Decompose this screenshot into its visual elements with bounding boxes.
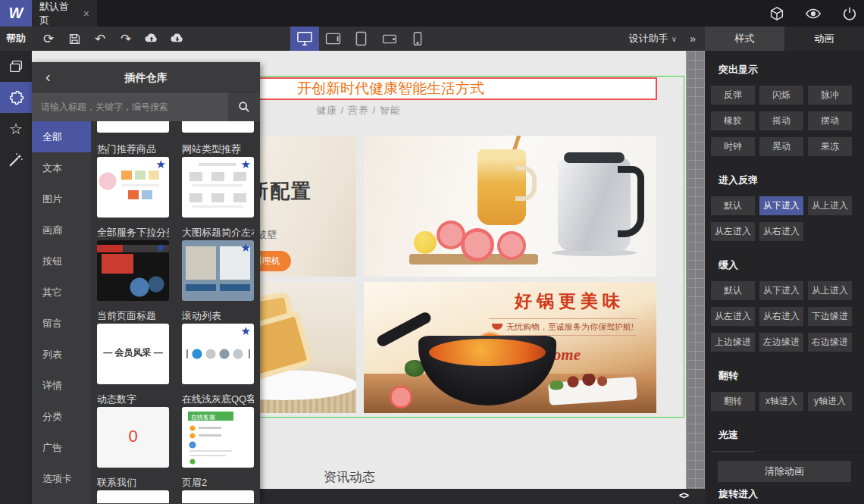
plugin-search-input[interactable] [32, 92, 228, 121]
plugin-thumbnail[interactable]: ★ [182, 157, 254, 218]
animation-button[interactable]: 摆动 [808, 111, 852, 130]
favorite-star-icon[interactable]: ★ [241, 325, 251, 337]
animation-button[interactable]: 默认 [711, 281, 755, 300]
animation-button[interactable]: 上边缘进 [711, 333, 755, 352]
preview-eye-icon[interactable] [805, 5, 822, 22]
plugin-thumbnail[interactable] [182, 490, 254, 503]
back-icon[interactable]: ‹ [45, 62, 51, 92]
animation-button[interactable]: 橡胶 [711, 111, 755, 130]
device-phone-portrait-icon[interactable] [403, 27, 431, 51]
favorite-star-icon[interactable]: ★ [241, 158, 251, 170]
animation-button[interactable]: x轴进入 [759, 392, 803, 411]
plugin-thumbnail[interactable]: ★ [97, 157, 169, 218]
animation-button[interactable]: 从左进入 [711, 307, 755, 326]
plugin-item[interactable]: 大图标题简介左右切...★ [182, 218, 254, 301]
expand-toolbar-icon[interactable]: » [690, 27, 696, 51]
plugin-item[interactable]: 网站类型推荐★ [182, 134, 254, 218]
clear-animation-button[interactable]: 清除动画 [718, 461, 851, 482]
category-item[interactable]: 其它 [32, 277, 91, 308]
category-item[interactable]: 导航 [32, 494, 91, 503]
plugin-card-partial[interactable] [97, 121, 169, 133]
favorite-star-icon[interactable]: ★ [156, 242, 166, 253]
device-desktop-icon[interactable] [290, 27, 319, 51]
plugin-thumbnail[interactable]: ★ [182, 324, 254, 384]
category-item[interactable]: 全部 [32, 121, 91, 152]
power-icon[interactable] [841, 5, 858, 22]
plugin-item[interactable]: 热门推荐商品★ [97, 134, 169, 218]
animation-button[interactable]: 从右进入 [759, 222, 803, 241]
plugin-item[interactable]: 全部服务下拉分类带...★ [97, 218, 169, 301]
category-item[interactable]: 选项卡 [32, 463, 91, 494]
animation-button[interactable]: 默认 [711, 196, 755, 215]
save-icon[interactable] [65, 30, 83, 48]
sidebar-item-favorites[interactable]: ☆ [0, 113, 32, 144]
animation-button[interactable]: 脉冲 [808, 86, 852, 105]
cloud-upload-icon[interactable] [142, 30, 161, 48]
publish-cube-icon[interactable] [769, 5, 785, 22]
plugin-item[interactable]: 动态数字0 [97, 384, 169, 468]
plugin-item[interactable]: 当前页面标题— 会员风采 — [97, 301, 169, 384]
animation-button[interactable]: 从上进入 [808, 281, 852, 300]
wok-banner[interactable]: 好锅更美味 无忧购物，至诚服务为你保驾护航! Warm Home [364, 282, 656, 413]
cloud-download-icon[interactable] [168, 30, 186, 48]
category-item[interactable]: 按钮 [32, 246, 91, 277]
animation-button[interactable]: 右边缘进 [808, 333, 852, 352]
close-tab-icon[interactable]: × [83, 8, 89, 20]
animation-button[interactable]: 翻转 [711, 392, 755, 411]
sidebar-item-design-tools[interactable] [0, 144, 32, 175]
plugin-item[interactable]: 滚动列表★ [182, 301, 254, 384]
category-item[interactable]: 画廊 [32, 214, 91, 246]
category-item[interactable]: 留言 [32, 308, 91, 339]
category-item[interactable]: 分类 [32, 401, 91, 432]
category-item[interactable]: 详情 [32, 370, 91, 401]
site-subtitle[interactable]: 健康 / 营养 / 智能 [316, 104, 401, 117]
animation-button[interactable]: 反弹 [711, 86, 755, 105]
redo-icon[interactable]: ↷ [117, 30, 135, 48]
animation-button[interactable]: 时钟 [711, 137, 755, 156]
undo-icon[interactable]: ↶ [91, 30, 109, 48]
plugin-thumbnail[interactable]: ★ [97, 240, 169, 301]
animation-button[interactable]: 从下进入 [759, 281, 803, 300]
category-item[interactable]: 文本 [32, 152, 91, 183]
animation-button[interactable]: 果冻 [808, 137, 852, 156]
animation-button[interactable]: 下边缘进 [808, 307, 852, 326]
animation-button[interactable]: 左边缘进 [759, 333, 803, 352]
animation-button[interactable]: 从上进入 [808, 196, 852, 215]
favorite-star-icon[interactable]: ★ [156, 158, 166, 170]
plugin-item[interactable]: 联系我们 [97, 468, 169, 503]
plugin-thumbnail[interactable]: 0 [97, 407, 169, 468]
animation-button[interactable]: 从左进入 [711, 222, 755, 241]
refresh-icon[interactable]: ⟳ [39, 30, 58, 48]
category-item[interactable]: 图片 [32, 183, 91, 214]
category-item[interactable]: 列表 [32, 339, 91, 370]
tab-animation[interactable]: 动画 [784, 27, 864, 51]
plugin-thumbnail[interactable]: ★ [182, 240, 254, 301]
search-button[interactable] [228, 92, 260, 121]
device-tablet-landscape-icon[interactable] [319, 27, 347, 51]
code-view-icon[interactable]: <> [679, 490, 688, 501]
plugin-item[interactable]: 在线浅灰底QQ客服在线客服 [182, 384, 254, 468]
animation-button[interactable]: y轴进入 [808, 392, 852, 411]
sidebar-item-plugins[interactable] [0, 82, 32, 113]
device-phone-landscape-icon[interactable] [375, 27, 403, 51]
animation-button[interactable]: 晃动 [759, 137, 803, 156]
category-item[interactable]: 广告 [32, 432, 91, 463]
sidebar-item-pages[interactable] [0, 51, 32, 82]
canvas-scrollbar[interactable] [686, 51, 705, 489]
plugin-thumbnail[interactable] [97, 490, 169, 503]
help-button[interactable]: 帮助 [6, 27, 26, 51]
page-tab[interactable]: 默认首页 × [32, 0, 97, 27]
plugin-card-partial[interactable] [182, 121, 254, 133]
app-logo[interactable]: W [0, 0, 32, 27]
selected-title-element[interactable]: 开创新时代健康智能生活方式 [256, 77, 657, 100]
design-assistant-button[interactable]: 设计助手∨ [629, 27, 677, 51]
favorite-star-icon[interactable]: ★ [241, 242, 251, 253]
animation-button[interactable]: 摇动 [759, 111, 803, 130]
news-section-heading[interactable]: 资讯动态 [324, 468, 375, 486]
tab-style[interactable]: 样式 [705, 27, 784, 51]
plugin-thumbnail[interactable]: 在线客服 [182, 407, 254, 468]
kettle-photo[interactable] [364, 136, 656, 277]
animation-button[interactable]: 闪烁 [759, 86, 803, 105]
animation-button[interactable]: 从下进入 [759, 196, 803, 215]
plugin-item[interactable]: 页眉2 [182, 468, 254, 503]
